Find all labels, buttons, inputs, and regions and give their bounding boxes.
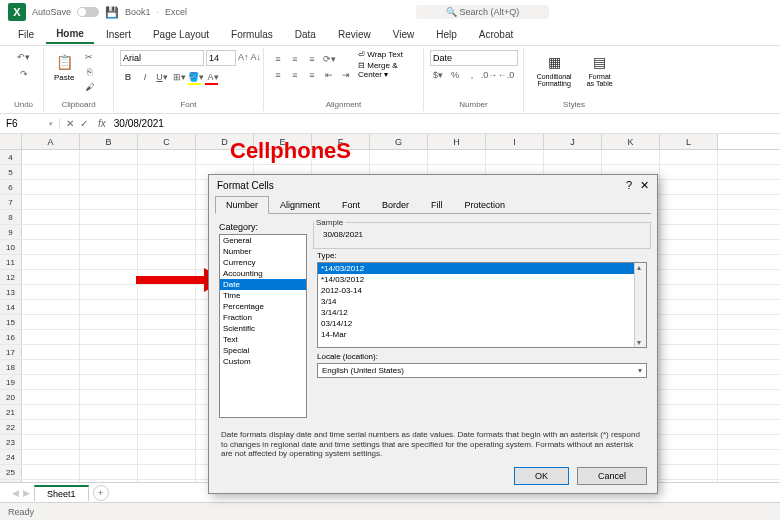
cell[interactable] xyxy=(22,150,80,164)
cell[interactable] xyxy=(660,330,718,344)
tab-help[interactable]: Help xyxy=(426,26,467,43)
cell[interactable] xyxy=(138,225,196,239)
cell[interactable] xyxy=(660,165,718,179)
increase-font-icon[interactable]: A↑ xyxy=(238,50,249,64)
currency-icon[interactable]: $▾ xyxy=(430,68,446,82)
cell[interactable] xyxy=(660,300,718,314)
cell[interactable] xyxy=(138,375,196,389)
category-item[interactable]: Currency xyxy=(220,257,306,268)
column-header[interactable]: G xyxy=(370,134,428,149)
cell[interactable] xyxy=(660,180,718,194)
cell[interactable] xyxy=(80,360,138,374)
row-header[interactable]: 8 xyxy=(0,210,22,224)
column-header[interactable]: A xyxy=(22,134,80,149)
font-color-icon[interactable]: A▾ xyxy=(205,70,221,84)
cell[interactable] xyxy=(80,270,138,284)
align-center-icon[interactable]: ≡ xyxy=(287,68,303,82)
cell[interactable] xyxy=(138,300,196,314)
cell[interactable] xyxy=(22,180,80,194)
type-item[interactable]: *14/03/2012 xyxy=(318,263,646,274)
cancel-formula-icon[interactable]: ✕ xyxy=(66,118,74,129)
cell[interactable] xyxy=(660,465,718,479)
cell[interactable] xyxy=(80,195,138,209)
category-item[interactable]: Number xyxy=(220,246,306,257)
conditional-formatting-button[interactable]: ▦ Conditional Formatting xyxy=(530,50,578,89)
cell[interactable] xyxy=(138,330,196,344)
indent-decrease-icon[interactable]: ⇤ xyxy=(321,68,337,82)
cell[interactable] xyxy=(138,360,196,374)
undo-icon[interactable]: ↶▾ xyxy=(16,50,32,64)
cell[interactable] xyxy=(660,420,718,434)
cell[interactable] xyxy=(22,435,80,449)
category-item[interactable]: Fraction xyxy=(220,312,306,323)
cell[interactable] xyxy=(544,150,602,164)
decrease-decimal-icon[interactable]: ←.0 xyxy=(498,68,514,82)
cell[interactable] xyxy=(22,345,80,359)
column-header[interactable]: C xyxy=(138,134,196,149)
cell[interactable] xyxy=(80,405,138,419)
cell[interactable] xyxy=(138,405,196,419)
cell[interactable] xyxy=(138,150,196,164)
increase-decimal-icon[interactable]: .0→ xyxy=(481,68,497,82)
dialog-tab-font[interactable]: Font xyxy=(331,196,371,213)
cell[interactable] xyxy=(22,255,80,269)
cell[interactable] xyxy=(22,465,80,479)
cell[interactable] xyxy=(80,450,138,464)
cell[interactable] xyxy=(660,210,718,224)
cell[interactable] xyxy=(138,165,196,179)
cell[interactable] xyxy=(22,405,80,419)
category-item[interactable]: Text xyxy=(220,334,306,345)
cell[interactable] xyxy=(80,240,138,254)
cell[interactable] xyxy=(80,255,138,269)
category-list[interactable]: GeneralNumberCurrencyAccountingDateTimeP… xyxy=(219,234,307,418)
cell[interactable] xyxy=(660,270,718,284)
dialog-help-icon[interactable]: ? xyxy=(626,179,632,192)
cell[interactable] xyxy=(22,375,80,389)
redo-icon[interactable]: ↷ xyxy=(16,67,32,81)
row-header[interactable]: 4 xyxy=(0,150,22,164)
dialog-tab-fill[interactable]: Fill xyxy=(420,196,454,213)
align-top-icon[interactable]: ≡ xyxy=(270,52,286,66)
comma-icon[interactable]: , xyxy=(464,68,480,82)
category-item[interactable]: General xyxy=(220,235,306,246)
row-header[interactable]: 18 xyxy=(0,360,22,374)
tab-file[interactable]: File xyxy=(8,26,44,43)
row-header[interactable]: 12 xyxy=(0,270,22,284)
cell[interactable] xyxy=(660,285,718,299)
sheet-tab-sheet1[interactable]: Sheet1 xyxy=(34,485,89,501)
tab-review[interactable]: Review xyxy=(328,26,381,43)
dialog-tab-number[interactable]: Number xyxy=(215,196,269,214)
cell[interactable] xyxy=(602,150,660,164)
row-header[interactable]: 6 xyxy=(0,180,22,194)
align-bottom-icon[interactable]: ≡ xyxy=(304,52,320,66)
cell[interactable] xyxy=(22,225,80,239)
align-right-icon[interactable]: ≡ xyxy=(304,68,320,82)
category-item[interactable]: Time xyxy=(220,290,306,301)
category-item[interactable]: Scientific xyxy=(220,323,306,334)
type-list[interactable]: *14/03/2012*14/03/20122012-03-143/143/14… xyxy=(317,262,647,348)
dialog-tab-border[interactable]: Border xyxy=(371,196,420,213)
row-header[interactable]: 11 xyxy=(0,255,22,269)
dialog-tab-protection[interactable]: Protection xyxy=(454,196,517,213)
cell[interactable] xyxy=(660,405,718,419)
copy-icon[interactable]: ⎘ xyxy=(81,65,97,79)
cell[interactable] xyxy=(138,390,196,404)
orientation-icon[interactable]: ⟳▾ xyxy=(321,52,337,66)
cell[interactable] xyxy=(138,315,196,329)
category-item[interactable]: Date xyxy=(220,279,306,290)
cell[interactable] xyxy=(660,450,718,464)
wrap-text-button[interactable]: ⏎ Wrap Text xyxy=(358,50,417,59)
indent-increase-icon[interactable]: ⇥ xyxy=(338,68,354,82)
row-header[interactable]: 17 xyxy=(0,345,22,359)
tab-page-layout[interactable]: Page Layout xyxy=(143,26,219,43)
cell[interactable] xyxy=(428,150,486,164)
cell[interactable] xyxy=(660,195,718,209)
enter-formula-icon[interactable]: ✓ xyxy=(80,118,88,129)
cell[interactable] xyxy=(138,345,196,359)
cell[interactable] xyxy=(22,420,80,434)
cell[interactable] xyxy=(80,330,138,344)
tab-home[interactable]: Home xyxy=(46,25,94,44)
row-header[interactable]: 21 xyxy=(0,405,22,419)
italic-icon[interactable]: I xyxy=(137,70,153,84)
cell[interactable] xyxy=(22,390,80,404)
